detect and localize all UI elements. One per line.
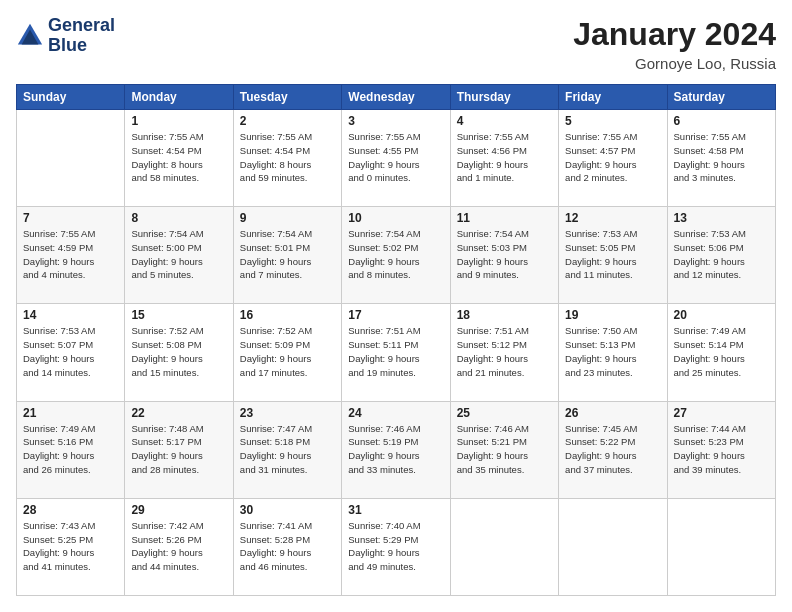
day-number: 22 xyxy=(131,406,226,420)
table-row: 17 Sunrise: 7:51 AMSunset: 5:11 PMDaylig… xyxy=(342,304,450,401)
week-row-2: 14 Sunrise: 7:53 AMSunset: 5:07 PMDaylig… xyxy=(17,304,776,401)
day-info: Sunrise: 7:43 AMSunset: 5:25 PMDaylight:… xyxy=(23,519,118,574)
day-info: Sunrise: 7:51 AMSunset: 5:11 PMDaylight:… xyxy=(348,324,443,379)
day-number: 20 xyxy=(674,308,769,322)
week-row-1: 7 Sunrise: 7:55 AMSunset: 4:59 PMDayligh… xyxy=(17,207,776,304)
logo-text: General Blue xyxy=(48,16,115,56)
table-row: 3 Sunrise: 7:55 AMSunset: 4:55 PMDayligh… xyxy=(342,110,450,207)
header-row: Sunday Monday Tuesday Wednesday Thursday… xyxy=(17,85,776,110)
table-row: 8 Sunrise: 7:54 AMSunset: 5:00 PMDayligh… xyxy=(125,207,233,304)
table-row xyxy=(667,498,775,595)
table-row: 12 Sunrise: 7:53 AMSunset: 5:05 PMDaylig… xyxy=(559,207,667,304)
day-info: Sunrise: 7:54 AMSunset: 5:01 PMDaylight:… xyxy=(240,227,335,282)
table-row: 22 Sunrise: 7:48 AMSunset: 5:17 PMDaylig… xyxy=(125,401,233,498)
day-info: Sunrise: 7:41 AMSunset: 5:28 PMDaylight:… xyxy=(240,519,335,574)
table-row: 24 Sunrise: 7:46 AMSunset: 5:19 PMDaylig… xyxy=(342,401,450,498)
day-info: Sunrise: 7:46 AMSunset: 5:21 PMDaylight:… xyxy=(457,422,552,477)
day-info: Sunrise: 7:54 AMSunset: 5:03 PMDaylight:… xyxy=(457,227,552,282)
day-number: 19 xyxy=(565,308,660,322)
table-row: 21 Sunrise: 7:49 AMSunset: 5:16 PMDaylig… xyxy=(17,401,125,498)
day-info: Sunrise: 7:53 AMSunset: 5:07 PMDaylight:… xyxy=(23,324,118,379)
day-number: 23 xyxy=(240,406,335,420)
calendar-table: Sunday Monday Tuesday Wednesday Thursday… xyxy=(16,84,776,596)
day-number: 28 xyxy=(23,503,118,517)
day-number: 8 xyxy=(131,211,226,225)
col-tuesday: Tuesday xyxy=(233,85,341,110)
day-info: Sunrise: 7:50 AMSunset: 5:13 PMDaylight:… xyxy=(565,324,660,379)
table-row: 26 Sunrise: 7:45 AMSunset: 5:22 PMDaylig… xyxy=(559,401,667,498)
table-row: 10 Sunrise: 7:54 AMSunset: 5:02 PMDaylig… xyxy=(342,207,450,304)
day-number: 31 xyxy=(348,503,443,517)
page: General Blue January 2024 Gornoye Loo, R… xyxy=(0,0,792,612)
day-number: 26 xyxy=(565,406,660,420)
table-row xyxy=(17,110,125,207)
logo-line1: General xyxy=(48,16,115,36)
day-info: Sunrise: 7:44 AMSunset: 5:23 PMDaylight:… xyxy=(674,422,769,477)
day-info: Sunrise: 7:54 AMSunset: 5:00 PMDaylight:… xyxy=(131,227,226,282)
table-row: 7 Sunrise: 7:55 AMSunset: 4:59 PMDayligh… xyxy=(17,207,125,304)
logo-line2: Blue xyxy=(48,36,115,56)
day-info: Sunrise: 7:55 AMSunset: 4:57 PMDaylight:… xyxy=(565,130,660,185)
table-row: 4 Sunrise: 7:55 AMSunset: 4:56 PMDayligh… xyxy=(450,110,558,207)
table-row: 14 Sunrise: 7:53 AMSunset: 5:07 PMDaylig… xyxy=(17,304,125,401)
day-number: 12 xyxy=(565,211,660,225)
col-saturday: Saturday xyxy=(667,85,775,110)
week-row-4: 28 Sunrise: 7:43 AMSunset: 5:25 PMDaylig… xyxy=(17,498,776,595)
header: General Blue January 2024 Gornoye Loo, R… xyxy=(16,16,776,72)
day-number: 1 xyxy=(131,114,226,128)
day-info: Sunrise: 7:55 AMSunset: 4:54 PMDaylight:… xyxy=(131,130,226,185)
table-row: 1 Sunrise: 7:55 AMSunset: 4:54 PMDayligh… xyxy=(125,110,233,207)
table-row: 20 Sunrise: 7:49 AMSunset: 5:14 PMDaylig… xyxy=(667,304,775,401)
table-row: 27 Sunrise: 7:44 AMSunset: 5:23 PMDaylig… xyxy=(667,401,775,498)
day-number: 29 xyxy=(131,503,226,517)
month-title: January 2024 xyxy=(573,16,776,53)
day-info: Sunrise: 7:54 AMSunset: 5:02 PMDaylight:… xyxy=(348,227,443,282)
table-row: 16 Sunrise: 7:52 AMSunset: 5:09 PMDaylig… xyxy=(233,304,341,401)
day-info: Sunrise: 7:55 AMSunset: 4:54 PMDaylight:… xyxy=(240,130,335,185)
table-row: 29 Sunrise: 7:42 AMSunset: 5:26 PMDaylig… xyxy=(125,498,233,595)
table-row xyxy=(559,498,667,595)
day-info: Sunrise: 7:53 AMSunset: 5:06 PMDaylight:… xyxy=(674,227,769,282)
day-number: 27 xyxy=(674,406,769,420)
day-info: Sunrise: 7:40 AMSunset: 5:29 PMDaylight:… xyxy=(348,519,443,574)
logo: General Blue xyxy=(16,16,115,56)
col-friday: Friday xyxy=(559,85,667,110)
day-number: 15 xyxy=(131,308,226,322)
day-info: Sunrise: 7:49 AMSunset: 5:16 PMDaylight:… xyxy=(23,422,118,477)
location: Gornoye Loo, Russia xyxy=(573,55,776,72)
table-row: 6 Sunrise: 7:55 AMSunset: 4:58 PMDayligh… xyxy=(667,110,775,207)
table-row: 25 Sunrise: 7:46 AMSunset: 5:21 PMDaylig… xyxy=(450,401,558,498)
table-row xyxy=(450,498,558,595)
day-number: 7 xyxy=(23,211,118,225)
day-info: Sunrise: 7:47 AMSunset: 5:18 PMDaylight:… xyxy=(240,422,335,477)
day-number: 25 xyxy=(457,406,552,420)
day-number: 6 xyxy=(674,114,769,128)
table-row: 13 Sunrise: 7:53 AMSunset: 5:06 PMDaylig… xyxy=(667,207,775,304)
day-number: 16 xyxy=(240,308,335,322)
day-info: Sunrise: 7:49 AMSunset: 5:14 PMDaylight:… xyxy=(674,324,769,379)
day-number: 10 xyxy=(348,211,443,225)
day-number: 17 xyxy=(348,308,443,322)
logo-icon xyxy=(16,22,44,50)
day-number: 14 xyxy=(23,308,118,322)
table-row: 9 Sunrise: 7:54 AMSunset: 5:01 PMDayligh… xyxy=(233,207,341,304)
day-number: 21 xyxy=(23,406,118,420)
col-sunday: Sunday xyxy=(17,85,125,110)
day-number: 30 xyxy=(240,503,335,517)
day-number: 13 xyxy=(674,211,769,225)
day-info: Sunrise: 7:45 AMSunset: 5:22 PMDaylight:… xyxy=(565,422,660,477)
week-row-0: 1 Sunrise: 7:55 AMSunset: 4:54 PMDayligh… xyxy=(17,110,776,207)
title-block: January 2024 Gornoye Loo, Russia xyxy=(573,16,776,72)
col-monday: Monday xyxy=(125,85,233,110)
table-row: 28 Sunrise: 7:43 AMSunset: 5:25 PMDaylig… xyxy=(17,498,125,595)
col-thursday: Thursday xyxy=(450,85,558,110)
table-row: 18 Sunrise: 7:51 AMSunset: 5:12 PMDaylig… xyxy=(450,304,558,401)
day-info: Sunrise: 7:55 AMSunset: 4:59 PMDaylight:… xyxy=(23,227,118,282)
col-wednesday: Wednesday xyxy=(342,85,450,110)
day-info: Sunrise: 7:48 AMSunset: 5:17 PMDaylight:… xyxy=(131,422,226,477)
day-info: Sunrise: 7:55 AMSunset: 4:58 PMDaylight:… xyxy=(674,130,769,185)
day-number: 3 xyxy=(348,114,443,128)
table-row: 31 Sunrise: 7:40 AMSunset: 5:29 PMDaylig… xyxy=(342,498,450,595)
table-row: 19 Sunrise: 7:50 AMSunset: 5:13 PMDaylig… xyxy=(559,304,667,401)
table-row: 30 Sunrise: 7:41 AMSunset: 5:28 PMDaylig… xyxy=(233,498,341,595)
